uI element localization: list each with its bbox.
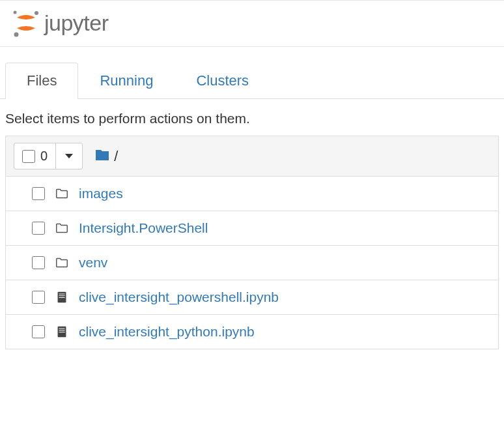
list-item: images	[6, 177, 498, 211]
select-all-button[interactable]: 0	[14, 143, 56, 169]
toolbar: 0 /	[6, 136, 498, 177]
list-item: clive_intersight_powershell.ipynb	[6, 280, 498, 315]
breadcrumb-separator: /	[114, 148, 118, 165]
tabs-container: Files Running Clusters	[0, 63, 504, 99]
row-checkbox[interactable]	[32, 291, 45, 304]
instruction-text: Select items to perform actions on them.	[0, 99, 504, 136]
svg-point-2	[14, 33, 19, 37]
svg-point-1	[35, 11, 38, 15]
header: jupyter	[0, 1, 504, 47]
selected-count: 0	[40, 149, 48, 164]
file-link[interactable]: venv	[79, 255, 107, 271]
tab-running[interactable]: Running	[78, 63, 175, 99]
select-all-group: 0	[14, 143, 83, 169]
row-checkbox[interactable]	[32, 256, 45, 269]
jupyter-icon	[12, 8, 40, 37]
row-checkbox[interactable]	[32, 325, 45, 338]
file-link[interactable]: clive_intersight_python.ipynb	[79, 324, 255, 340]
select-menu-button[interactable]	[56, 143, 82, 169]
notebook-icon	[54, 324, 70, 340]
list-item: venv	[6, 246, 498, 280]
list-item: Intersight.PowerShell	[6, 211, 498, 246]
row-checkbox[interactable]	[32, 222, 45, 235]
tab-files[interactable]: Files	[5, 63, 78, 99]
file-link[interactable]: Intersight.PowerShell	[79, 220, 208, 236]
jupyter-logo[interactable]: jupyter	[12, 8, 109, 37]
caret-down-icon	[65, 154, 73, 158]
file-link[interactable]: clive_intersight_powershell.ipynb	[79, 289, 279, 305]
list-item: clive_intersight_python.ipynb	[6, 315, 498, 349]
folder-outline-icon	[54, 220, 70, 236]
logo-text: jupyter	[44, 10, 109, 36]
notebook-icon	[54, 289, 70, 305]
file-browser: 0 / images Intersight.PowerShell	[5, 136, 499, 349]
svg-point-0	[14, 11, 17, 14]
breadcrumb: /	[89, 147, 118, 165]
tab-clusters[interactable]: Clusters	[175, 63, 270, 99]
row-checkbox[interactable]	[32, 187, 45, 200]
file-list: images Intersight.PowerShell venv clive_…	[6, 177, 498, 349]
folder-outline-icon	[54, 255, 70, 271]
folder-outline-icon	[54, 186, 70, 201]
select-all-checkbox[interactable]	[22, 150, 35, 163]
file-link[interactable]: images	[79, 186, 123, 201]
folder-root-icon[interactable]	[94, 147, 110, 165]
